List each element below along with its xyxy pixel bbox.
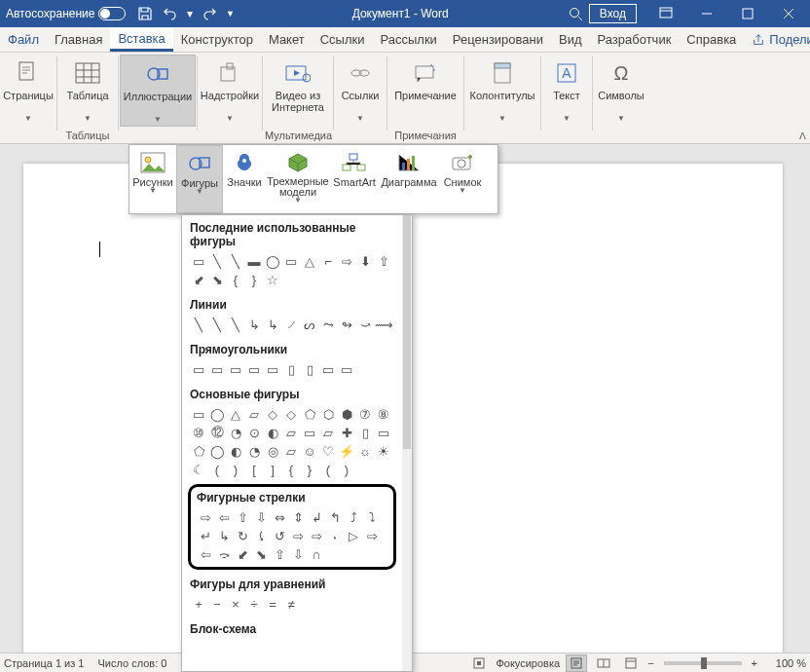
shape-basic-14[interactable]: ⊙ — [245, 424, 263, 441]
shape-recent-3[interactable]: ▬ — [245, 252, 263, 270]
shape-arrow-12[interactable]: ↻ — [234, 527, 251, 544]
shape-line-2[interactable]: ╲ — [227, 316, 244, 333]
shape-arrow-13[interactable]: ⤹ — [252, 527, 270, 544]
shape-basic-12[interactable]: ⑫ — [208, 424, 226, 441]
tab-file[interactable]: Файл — [0, 27, 47, 52]
shape-basic-11[interactable]: ⑩ — [190, 424, 207, 441]
shape-basic-21[interactable]: ▭ — [375, 424, 392, 441]
shape-rect-5[interactable]: ▯ — [282, 360, 300, 378]
online-video-button[interactable]: Видео из Интернета — [263, 55, 333, 113]
qat-custom-dropdown[interactable]: ▼ — [223, 2, 237, 25]
zoom-slider[interactable] — [664, 661, 742, 665]
tab-home[interactable]: Главная — [47, 27, 110, 52]
headerfooter-button[interactable]: Колонтитулы ▼ — [471, 55, 534, 125]
shape-rect-6[interactable]: ▯ — [301, 360, 318, 378]
redo-icon[interactable] — [198, 2, 221, 25]
tab-insert[interactable]: Вставка — [110, 27, 172, 52]
pictures-button[interactable]: Рисунки ▼ — [129, 145, 176, 213]
shape-arrow-16[interactable]: ⇨ — [308, 527, 325, 544]
shape-arrow-0[interactable]: ⇨ — [197, 508, 214, 526]
shape-recent-13[interactable]: { — [227, 271, 244, 288]
shape-arrow-20[interactable]: ⇦ — [197, 545, 214, 563]
zoom-percent[interactable]: 100 % — [763, 657, 806, 669]
search-icon[interactable] — [564, 2, 587, 25]
shape-line-1[interactable]: ╲ — [208, 316, 226, 333]
symbols-button[interactable]: Ω Символы ▼ — [592, 55, 650, 125]
shape-rect-8[interactable]: ▭ — [338, 360, 355, 378]
shape-basic-29[interactable]: ♡ — [319, 442, 337, 460]
share-button[interactable]: Поделиться — [744, 27, 810, 52]
shape-arrow-24[interactable]: ⇧ — [271, 545, 288, 563]
shape-basic-34[interactable]: ( — [208, 461, 226, 478]
zoom-in-button[interactable]: + — [752, 657, 757, 669]
shape-arrow-4[interactable]: ⇔ — [271, 508, 288, 526]
login-button[interactable]: Вход — [589, 4, 637, 23]
shape-rect-3[interactable]: ▭ — [245, 360, 263, 378]
shape-arrow-5[interactable]: ⇕ — [289, 508, 307, 526]
shapes-button[interactable]: Фигуры ▼ — [176, 145, 223, 213]
shape-basic-20[interactable]: ▯ — [356, 424, 374, 441]
comment-button[interactable]: Примечание — [394, 55, 457, 113]
shape-line-5[interactable]: ⟋ — [282, 316, 300, 333]
shape-recent-9[interactable]: ⬇ — [356, 252, 374, 270]
shape-basic-0[interactable]: ▭ — [190, 405, 207, 423]
shape-arrow-11[interactable]: ↳ — [215, 527, 233, 544]
shape-basic-18[interactable]: ▱ — [319, 424, 337, 441]
autosave-toggle[interactable]: Автосохранение — [6, 7, 126, 20]
shape-line-9[interactable]: ⤻ — [356, 316, 374, 333]
minimize-icon[interactable] — [687, 0, 726, 27]
maximize-icon[interactable] — [728, 0, 767, 27]
undo-icon[interactable] — [159, 2, 182, 25]
shape-recent-10[interactable]: ⇧ — [375, 252, 392, 270]
shape-basic-28[interactable]: ☺ — [301, 442, 318, 460]
shape-recent-6[interactable]: △ — [301, 252, 318, 270]
collapse-ribbon-icon[interactable]: ᐱ — [799, 131, 806, 141]
shape-line-8[interactable]: ↬ — [338, 316, 355, 333]
shape-basic-33[interactable]: ☾ — [190, 461, 207, 478]
shape-line-3[interactable]: ↳ — [245, 316, 263, 333]
shape-basic-19[interactable]: ✚ — [338, 424, 355, 441]
word-count[interactable]: Число слов: 0 — [97, 657, 166, 669]
shape-recent-14[interactable]: } — [245, 271, 263, 288]
shape-arrow-6[interactable]: ↲ — [308, 508, 325, 526]
shape-basic-39[interactable]: } — [301, 461, 318, 478]
page-indicator[interactable]: Страница 1 из 1 — [4, 657, 84, 669]
shape-basic-4[interactable]: ◇ — [264, 405, 281, 423]
shape-basic-36[interactable]: [ — [245, 461, 263, 478]
shape-arrow-25[interactable]: ⇩ — [289, 545, 307, 563]
shape-recent-12[interactable]: ⬊ — [208, 271, 226, 288]
smartart-button[interactable]: SmartArt — [330, 145, 379, 213]
chart-button[interactable]: Диаграмма — [379, 145, 439, 213]
read-mode-view[interactable] — [593, 654, 614, 672]
shape-arrow-3[interactable]: ⇩ — [252, 508, 270, 526]
shape-basic-26[interactable]: ◎ — [264, 442, 281, 460]
shape-eq-2[interactable]: × — [227, 595, 244, 613]
shape-recent-7[interactable]: ⌐ — [319, 252, 337, 270]
shape-rect-0[interactable]: ▭ — [190, 360, 207, 378]
tab-references[interactable]: Ссылки — [313, 27, 373, 52]
shape-arrow-10[interactable]: ↵ — [197, 527, 214, 544]
shape-eq-0[interactable]: + — [190, 595, 207, 613]
shape-recent-4[interactable]: ◯ — [264, 252, 281, 270]
shape-basic-10[interactable]: ⑧ — [375, 405, 392, 423]
shape-basic-8[interactable]: ⬢ — [338, 405, 355, 423]
shape-eq-5[interactable]: ≠ — [282, 595, 300, 613]
shape-recent-5[interactable]: ▭ — [282, 252, 300, 270]
shape-arrow-15[interactable]: ⇨ — [289, 527, 307, 544]
shape-arrow-26[interactable]: ∩ — [308, 545, 325, 563]
shape-arrow-8[interactable]: ⤴ — [345, 508, 362, 526]
shape-rect-2[interactable]: ▭ — [227, 360, 244, 378]
shape-basic-31[interactable]: ☼ — [356, 442, 374, 460]
shape-arrow-23[interactable]: ⬊ — [252, 545, 270, 563]
shape-basic-22[interactable]: ⬠ — [190, 442, 207, 460]
shape-basic-6[interactable]: ⬠ — [301, 405, 318, 423]
ribbon-display-options-icon[interactable] — [646, 0, 685, 27]
shape-arrow-14[interactable]: ↺ — [271, 527, 288, 544]
web-layout-view[interactable] — [620, 654, 642, 672]
addins-button[interactable]: Надстройки ▼ — [201, 55, 259, 125]
tab-layout[interactable]: Макет — [261, 27, 313, 52]
tab-developer[interactable]: Разработчик — [590, 27, 680, 52]
shape-recent-0[interactable]: ▭ — [190, 252, 207, 270]
shape-line-0[interactable]: ╲ — [190, 316, 207, 333]
shape-basic-41[interactable]: ) — [338, 461, 355, 478]
